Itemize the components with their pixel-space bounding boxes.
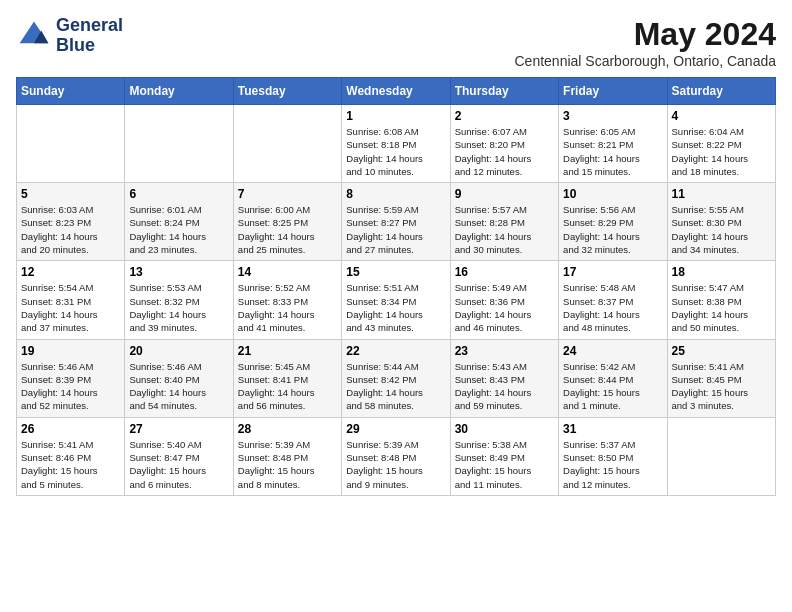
calendar-week-row: 5Sunrise: 6:03 AM Sunset: 8:23 PM Daylig…	[17, 183, 776, 261]
day-number: 19	[21, 344, 120, 358]
day-number: 2	[455, 109, 554, 123]
calendar-day-cell: 1Sunrise: 6:08 AM Sunset: 8:18 PM Daylig…	[342, 105, 450, 183]
calendar-week-row: 12Sunrise: 5:54 AM Sunset: 8:31 PM Dayli…	[17, 261, 776, 339]
day-info: Sunrise: 5:49 AM Sunset: 8:36 PM Dayligh…	[455, 281, 554, 334]
calendar-day-cell: 30Sunrise: 5:38 AM Sunset: 8:49 PM Dayli…	[450, 417, 558, 495]
day-info: Sunrise: 6:01 AM Sunset: 8:24 PM Dayligh…	[129, 203, 228, 256]
logo-icon	[16, 18, 52, 54]
day-info: Sunrise: 5:55 AM Sunset: 8:30 PM Dayligh…	[672, 203, 771, 256]
day-info: Sunrise: 5:39 AM Sunset: 8:48 PM Dayligh…	[346, 438, 445, 491]
day-info: Sunrise: 5:56 AM Sunset: 8:29 PM Dayligh…	[563, 203, 662, 256]
day-number: 14	[238, 265, 337, 279]
calendar-day-cell: 14Sunrise: 5:52 AM Sunset: 8:33 PM Dayli…	[233, 261, 341, 339]
day-number: 25	[672, 344, 771, 358]
calendar-day-cell	[17, 105, 125, 183]
calendar-day-cell: 9Sunrise: 5:57 AM Sunset: 8:28 PM Daylig…	[450, 183, 558, 261]
day-number: 20	[129, 344, 228, 358]
day-info: Sunrise: 5:53 AM Sunset: 8:32 PM Dayligh…	[129, 281, 228, 334]
day-info: Sunrise: 5:46 AM Sunset: 8:39 PM Dayligh…	[21, 360, 120, 413]
day-info: Sunrise: 5:40 AM Sunset: 8:47 PM Dayligh…	[129, 438, 228, 491]
day-number: 31	[563, 422, 662, 436]
day-number: 9	[455, 187, 554, 201]
day-number: 7	[238, 187, 337, 201]
calendar-week-row: 1Sunrise: 6:08 AM Sunset: 8:18 PM Daylig…	[17, 105, 776, 183]
day-info: Sunrise: 5:59 AM Sunset: 8:27 PM Dayligh…	[346, 203, 445, 256]
calendar-day-cell: 15Sunrise: 5:51 AM Sunset: 8:34 PM Dayli…	[342, 261, 450, 339]
calendar-day-cell	[667, 417, 775, 495]
day-number: 17	[563, 265, 662, 279]
calendar-day-cell: 19Sunrise: 5:46 AM Sunset: 8:39 PM Dayli…	[17, 339, 125, 417]
weekday-header-cell: Saturday	[667, 78, 775, 105]
day-number: 8	[346, 187, 445, 201]
weekday-header-cell: Tuesday	[233, 78, 341, 105]
day-info: Sunrise: 5:44 AM Sunset: 8:42 PM Dayligh…	[346, 360, 445, 413]
weekday-header-cell: Monday	[125, 78, 233, 105]
calendar-week-row: 19Sunrise: 5:46 AM Sunset: 8:39 PM Dayli…	[17, 339, 776, 417]
day-number: 13	[129, 265, 228, 279]
calendar-day-cell: 2Sunrise: 6:07 AM Sunset: 8:20 PM Daylig…	[450, 105, 558, 183]
calendar-day-cell: 11Sunrise: 5:55 AM Sunset: 8:30 PM Dayli…	[667, 183, 775, 261]
page-header: General Blue May 2024 Centennial Scarbor…	[16, 16, 776, 69]
day-info: Sunrise: 6:08 AM Sunset: 8:18 PM Dayligh…	[346, 125, 445, 178]
calendar-day-cell: 6Sunrise: 6:01 AM Sunset: 8:24 PM Daylig…	[125, 183, 233, 261]
calendar-day-cell: 16Sunrise: 5:49 AM Sunset: 8:36 PM Dayli…	[450, 261, 558, 339]
day-number: 23	[455, 344, 554, 358]
weekday-header-row: SundayMondayTuesdayWednesdayThursdayFrid…	[17, 78, 776, 105]
calendar-day-cell: 24Sunrise: 5:42 AM Sunset: 8:44 PM Dayli…	[559, 339, 667, 417]
calendar-day-cell	[125, 105, 233, 183]
calendar-header: SundayMondayTuesdayWednesdayThursdayFrid…	[17, 78, 776, 105]
title-section: May 2024 Centennial Scarborough, Ontario…	[514, 16, 776, 69]
logo-text: General Blue	[56, 16, 123, 56]
day-info: Sunrise: 5:46 AM Sunset: 8:40 PM Dayligh…	[129, 360, 228, 413]
day-number: 26	[21, 422, 120, 436]
day-number: 16	[455, 265, 554, 279]
location-title: Centennial Scarborough, Ontario, Canada	[514, 53, 776, 69]
calendar-day-cell: 26Sunrise: 5:41 AM Sunset: 8:46 PM Dayli…	[17, 417, 125, 495]
weekday-header-cell: Sunday	[17, 78, 125, 105]
calendar-day-cell: 8Sunrise: 5:59 AM Sunset: 8:27 PM Daylig…	[342, 183, 450, 261]
day-number: 22	[346, 344, 445, 358]
calendar-day-cell: 25Sunrise: 5:41 AM Sunset: 8:45 PM Dayli…	[667, 339, 775, 417]
calendar-week-row: 26Sunrise: 5:41 AM Sunset: 8:46 PM Dayli…	[17, 417, 776, 495]
day-info: Sunrise: 6:05 AM Sunset: 8:21 PM Dayligh…	[563, 125, 662, 178]
day-number: 24	[563, 344, 662, 358]
day-number: 30	[455, 422, 554, 436]
calendar-day-cell: 31Sunrise: 5:37 AM Sunset: 8:50 PM Dayli…	[559, 417, 667, 495]
day-info: Sunrise: 6:04 AM Sunset: 8:22 PM Dayligh…	[672, 125, 771, 178]
day-number: 27	[129, 422, 228, 436]
day-info: Sunrise: 5:47 AM Sunset: 8:38 PM Dayligh…	[672, 281, 771, 334]
day-info: Sunrise: 5:39 AM Sunset: 8:48 PM Dayligh…	[238, 438, 337, 491]
day-info: Sunrise: 5:38 AM Sunset: 8:49 PM Dayligh…	[455, 438, 554, 491]
day-info: Sunrise: 5:54 AM Sunset: 8:31 PM Dayligh…	[21, 281, 120, 334]
calendar-day-cell: 10Sunrise: 5:56 AM Sunset: 8:29 PM Dayli…	[559, 183, 667, 261]
calendar-day-cell: 23Sunrise: 5:43 AM Sunset: 8:43 PM Dayli…	[450, 339, 558, 417]
day-number: 28	[238, 422, 337, 436]
calendar-day-cell: 18Sunrise: 5:47 AM Sunset: 8:38 PM Dayli…	[667, 261, 775, 339]
month-title: May 2024	[514, 16, 776, 53]
calendar-day-cell: 22Sunrise: 5:44 AM Sunset: 8:42 PM Dayli…	[342, 339, 450, 417]
logo: General Blue	[16, 16, 123, 56]
calendar-day-cell: 27Sunrise: 5:40 AM Sunset: 8:47 PM Dayli…	[125, 417, 233, 495]
day-number: 5	[21, 187, 120, 201]
day-number: 10	[563, 187, 662, 201]
day-info: Sunrise: 5:51 AM Sunset: 8:34 PM Dayligh…	[346, 281, 445, 334]
day-number: 3	[563, 109, 662, 123]
calendar-day-cell: 13Sunrise: 5:53 AM Sunset: 8:32 PM Dayli…	[125, 261, 233, 339]
calendar-table: SundayMondayTuesdayWednesdayThursdayFrid…	[16, 77, 776, 496]
weekday-header-cell: Friday	[559, 78, 667, 105]
day-info: Sunrise: 5:45 AM Sunset: 8:41 PM Dayligh…	[238, 360, 337, 413]
calendar-day-cell: 20Sunrise: 5:46 AM Sunset: 8:40 PM Dayli…	[125, 339, 233, 417]
day-info: Sunrise: 5:37 AM Sunset: 8:50 PM Dayligh…	[563, 438, 662, 491]
calendar-day-cell: 12Sunrise: 5:54 AM Sunset: 8:31 PM Dayli…	[17, 261, 125, 339]
weekday-header-cell: Thursday	[450, 78, 558, 105]
calendar-day-cell: 21Sunrise: 5:45 AM Sunset: 8:41 PM Dayli…	[233, 339, 341, 417]
day-number: 11	[672, 187, 771, 201]
calendar-day-cell: 17Sunrise: 5:48 AM Sunset: 8:37 PM Dayli…	[559, 261, 667, 339]
weekday-header-cell: Wednesday	[342, 78, 450, 105]
day-number: 6	[129, 187, 228, 201]
day-number: 29	[346, 422, 445, 436]
day-number: 15	[346, 265, 445, 279]
calendar-day-cell: 29Sunrise: 5:39 AM Sunset: 8:48 PM Dayli…	[342, 417, 450, 495]
calendar-body: 1Sunrise: 6:08 AM Sunset: 8:18 PM Daylig…	[17, 105, 776, 496]
day-number: 1	[346, 109, 445, 123]
